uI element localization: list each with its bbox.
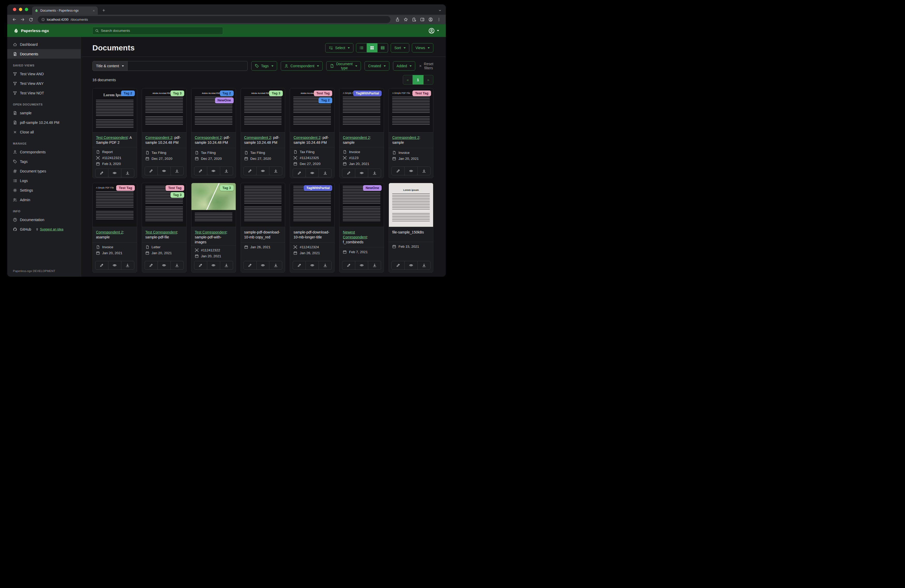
detail-view-button[interactable] xyxy=(378,43,388,52)
tag-badge[interactable]: Test Tag xyxy=(413,90,431,96)
download-button[interactable] xyxy=(417,261,430,269)
side-panel-button[interactable] xyxy=(418,16,426,23)
sidebar-item-tags[interactable]: Tags xyxy=(7,157,81,166)
document-thumbnail[interactable]: NewOne xyxy=(340,183,384,227)
document-title[interactable]: sample-pdf-download-10-mb copy_red xyxy=(241,227,285,243)
filter-created-button[interactable]: Created xyxy=(365,61,389,71)
download-button[interactable] xyxy=(220,261,233,269)
preview-button[interactable] xyxy=(207,167,220,175)
address-bar[interactable]: localhost:4200/documents xyxy=(38,16,391,23)
tag-badge[interactable]: Tag 2 xyxy=(220,90,233,96)
tag-badge[interactable]: Tag 2 xyxy=(121,90,135,96)
document-title[interactable]: Correspondent 2: pdf-sample 10.24.48 PM xyxy=(241,132,285,148)
sidebar-item-correspondents[interactable]: Correspondents xyxy=(7,147,81,157)
document-thumbnail[interactable]: TagWithPartial xyxy=(290,183,334,227)
tag-badge[interactable]: NewOne xyxy=(215,97,233,103)
filter-query-input[interactable] xyxy=(127,61,248,71)
document-thumbnail[interactable]: A Simple PDF FileTest Tag xyxy=(389,89,433,132)
edit-button[interactable] xyxy=(293,169,306,177)
edit-button[interactable] xyxy=(293,261,306,269)
sidebar-item-dashboard[interactable]: Dashboard xyxy=(7,40,81,49)
app-brand[interactable]: Paperless-ngx xyxy=(13,28,81,33)
list-view-button[interactable] xyxy=(356,43,367,52)
edit-button[interactable] xyxy=(392,167,404,175)
document-thumbnail[interactable]: Lorem ipsum xyxy=(389,183,433,227)
document-title[interactable]: Correspondent 2: sample xyxy=(389,132,433,148)
document-title[interactable]: Correspondent 2: pdf-sample 10.24.48 PM xyxy=(191,132,236,148)
filter-tags-button[interactable]: Tags xyxy=(251,61,277,71)
tag-badge[interactable]: Tag 3 xyxy=(220,185,233,191)
correspondent-link[interactable]: Correspondent 2 xyxy=(145,135,172,139)
download-button[interactable] xyxy=(170,167,183,175)
reload-button[interactable] xyxy=(27,16,35,23)
preview-button[interactable] xyxy=(256,167,269,175)
browser-menu-button[interactable] xyxy=(435,16,443,23)
bookmark-star-button[interactable] xyxy=(402,16,410,23)
tag-badge[interactable]: NewOne xyxy=(363,185,382,191)
document-thumbnail[interactable] xyxy=(241,183,285,227)
browser-profile-avatar[interactable] xyxy=(427,16,434,23)
preview-button[interactable] xyxy=(157,261,170,269)
document-title[interactable]: Correspondent 2: pdf-sample 10.24.48 PM xyxy=(142,132,186,148)
tab-close-icon[interactable] xyxy=(92,9,95,12)
tag-badge[interactable]: TagWithPartial xyxy=(304,185,332,191)
preview-button[interactable] xyxy=(108,169,121,177)
correspondent-link[interactable]: Correspondent 2 xyxy=(294,135,320,139)
tab-list-chevron-icon[interactable] xyxy=(438,9,441,12)
tag-badge[interactable]: Test Tag xyxy=(165,185,184,191)
edit-button[interactable] xyxy=(342,261,355,269)
download-button[interactable] xyxy=(121,169,134,177)
correspondent-link[interactable]: Correspondent 2 xyxy=(244,135,271,139)
document-title[interactable]: file-sample_150kBs xyxy=(389,227,433,242)
correspondent-link[interactable]: Test Correspondent xyxy=(145,230,177,234)
sidebar-item-admin[interactable]: Admin xyxy=(7,195,81,204)
title-content-dropdown[interactable]: Title & content xyxy=(92,61,127,71)
tag-badge[interactable]: Test Tag xyxy=(116,185,135,191)
sidebar-item-github[interactable]: GitHub xyxy=(13,227,31,231)
document-title[interactable]: Correspondent 2: pdf-sample 10.24.48 PM xyxy=(290,132,334,147)
preview-button[interactable] xyxy=(404,167,417,175)
tag-badge[interactable]: Test Tag xyxy=(314,90,332,96)
edit-button[interactable] xyxy=(95,261,108,269)
sidebar-item-documentation[interactable]: Documentation xyxy=(7,215,81,224)
document-thumbnail[interactable]: Adobe Acrobat PDF FilesTest TagTag 2 xyxy=(290,89,334,132)
download-button[interactable] xyxy=(220,167,233,175)
search-input[interactable] xyxy=(101,29,220,33)
new-tab-button[interactable] xyxy=(100,7,107,14)
download-button[interactable] xyxy=(269,261,282,269)
edit-button[interactable] xyxy=(244,167,256,175)
download-button[interactable] xyxy=(368,261,381,269)
edit-button[interactable] xyxy=(95,169,108,177)
grid-view-button[interactable] xyxy=(367,43,378,52)
download-button[interactable] xyxy=(170,261,183,269)
filter-added-button[interactable]: Added xyxy=(393,61,415,71)
document-title[interactable]: Test Correspondent: sample-pdf-file xyxy=(142,227,186,243)
document-title[interactable]: Newest Correspondent: f_combineds xyxy=(340,227,384,248)
share-button[interactable] xyxy=(394,16,401,23)
tag-badge[interactable]: TagWithPartial xyxy=(353,90,382,96)
zoom-window-button[interactable] xyxy=(25,8,28,11)
correspondent-link[interactable]: Correspondent 2 xyxy=(343,135,370,139)
download-button[interactable] xyxy=(269,167,282,175)
download-button[interactable] xyxy=(121,261,134,269)
sidebar-item-settings[interactable]: Settings xyxy=(7,185,81,195)
edit-button[interactable] xyxy=(145,167,157,175)
correspondent-link[interactable]: Correspondent 2 xyxy=(392,135,419,139)
close-window-button[interactable] xyxy=(13,8,16,11)
tag-badge[interactable]: Tag 3 xyxy=(170,90,184,96)
sidebar-item-logs[interactable]: Logs xyxy=(7,176,81,185)
edit-button[interactable] xyxy=(342,169,355,177)
correspondent-link[interactable]: Correspondent 2 xyxy=(96,230,123,234)
page-next-button[interactable]: » xyxy=(424,75,433,84)
suggest-idea-link[interactable]: Suggest an idea xyxy=(35,228,64,231)
correspondent-link[interactable]: Test Correspondent xyxy=(96,135,127,139)
edit-button[interactable] xyxy=(244,261,256,269)
preview-button[interactable] xyxy=(108,261,121,269)
sidebar-item-document-types[interactable]: Document types xyxy=(7,166,81,176)
page-1-button[interactable]: 1 xyxy=(413,75,424,84)
sort-button[interactable]: Sort xyxy=(391,43,409,52)
extensions-button[interactable] xyxy=(410,16,418,23)
correspondent-link[interactable]: Test Correspondent xyxy=(195,230,226,234)
document-title[interactable]: sample-pdf-download-10-mb-longer-title xyxy=(290,227,334,243)
download-button[interactable] xyxy=(417,167,430,175)
